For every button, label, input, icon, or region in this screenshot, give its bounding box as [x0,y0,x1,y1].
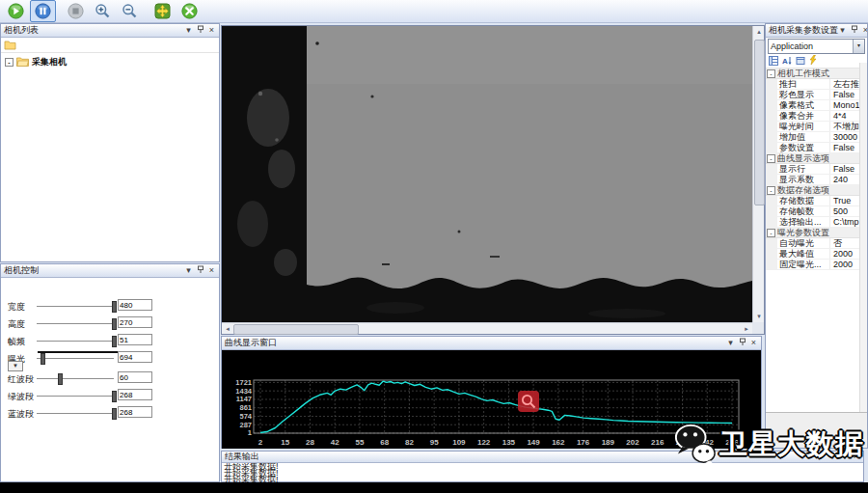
scroll-up-icon[interactable]: ▴ [753,26,765,38]
panel-close-icon[interactable]: × [207,266,216,275]
pause-icon [35,3,51,19]
panel-close-icon[interactable]: × [861,26,867,35]
vertical-scroll-thumb[interactable] [754,40,765,205]
property-row[interactable]: 存储帧数500 [766,206,867,217]
pause-button[interactable] [30,0,56,22]
property-row[interactable]: 曝光时间不增加 [766,122,867,132]
property-grid: -相机工作模式推扫左右推扫彩色显示False像素格式Mono12像素合并4*4曝… [766,68,867,270]
property-row[interactable]: 彩色显示False [766,90,867,100]
property-row[interactable]: 存储数据True [766,196,867,206]
slider-value-input[interactable] [118,299,152,311]
property-category[interactable]: -曲线显示选项 [766,153,867,164]
curve-window-title: 曲线显示窗口 [225,337,277,349]
slider-track[interactable] [37,323,114,324]
zoom-out-button[interactable] [117,0,143,22]
category-expander-icon[interactable]: - [767,186,775,195]
scroll-down-icon[interactable]: ▾ [753,311,765,322]
slider-track[interactable] [37,413,114,414]
property-row[interactable]: 固定曝光...2000 [766,260,867,270]
category-label: 曲线显示选项 [777,152,829,165]
alphabetical-sort-button[interactable]: A [782,56,792,68]
horizontal-scroll-thumb[interactable] [233,324,359,335]
category-expander-icon[interactable]: - [767,69,775,78]
scroll-right-icon[interactable]: ▸ [741,323,752,335]
slider-value-input[interactable] [118,316,152,328]
row-indent [766,175,777,184]
camera-list-panel: 相机列表 ▾× -采集相机 [0,23,220,262]
pin-icon[interactable] [196,25,204,36]
property-row[interactable]: 自动曝光否 [766,238,867,249]
svg-text:162: 162 [552,438,565,447]
camera-control-header: 相机控制 ▾× [1,264,219,278]
scroll-left-icon[interactable]: ◂ [222,323,233,335]
slider-handle[interactable] [112,301,117,313]
object-selector-combo[interactable]: Application ▾ [768,39,865,54]
pin-icon[interactable] [196,265,204,276]
property-name: 显示系数 [777,175,830,184]
play-button[interactable] [3,0,29,22]
property-row[interactable]: 像素合并4*4 [766,111,867,122]
category-expander-icon[interactable]: - [767,229,775,237]
property-pages-button[interactable] [796,56,805,68]
property-category[interactable]: -相机工作模式 [766,68,867,79]
property-row[interactable]: 最大峰值2000 [766,249,867,260]
lightning-icon [809,55,817,66]
slider-label: 宽度 [8,301,25,314]
tree-expander-icon[interactable]: - [5,58,14,67]
panel-menu-icon[interactable]: ▾ [726,339,735,347]
panel-close-icon[interactable]: × [749,339,758,347]
slider-handle[interactable] [58,373,63,385]
property-grid-scrollbar[interactable] [859,63,867,412]
category-expander-icon[interactable]: - [767,154,775,163]
slider-handle[interactable] [112,391,117,402]
property-category[interactable]: -曝光参数设置 [766,228,867,238]
property-row[interactable]: 推扫左右推扫 [766,79,867,90]
property-row[interactable]: 显示行False [766,164,867,175]
tree-item-camera[interactable]: -采集相机 [1,53,219,68]
svg-text:202: 202 [626,438,639,447]
zoom-in-button[interactable] [90,0,116,22]
slider-handle[interactable] [112,336,117,347]
param-settings-title: 相机采集参数设置 [769,24,838,37]
close-acquisition-button[interactable] [176,0,203,22]
events-button[interactable] [809,55,817,68]
combo-dropdown-icon[interactable]: ▾ [853,40,864,53]
image-vertical-scrollbar[interactable]: ▴ ▾ [752,26,764,322]
slider-track[interactable] [37,396,114,397]
slider-track[interactable] [37,358,114,359]
slider-track[interactable] [37,378,114,379]
open-device-button[interactable] [3,39,17,51]
row-indent [766,196,777,205]
slider-value-input[interactable] [118,334,152,345]
slider-value-input[interactable] [118,371,152,383]
stop-button[interactable] [63,0,89,22]
slider-handle[interactable] [41,353,45,365]
property-category[interactable]: -数据存储选项 [766,185,867,196]
slider-track[interactable] [37,341,114,342]
slider-handle[interactable] [112,318,117,330]
slider-track[interactable] [37,306,114,307]
slider-value-input[interactable] [118,389,152,400]
slider-value-input[interactable] [118,351,152,363]
panel-close-icon[interactable]: × [207,26,216,35]
red-magnifier-overlay[interactable] [518,391,539,412]
categorized-view-button[interactable] [769,56,778,68]
az-sort-icon: A [782,56,792,66]
fit-arrows-icon [154,3,171,19]
svg-text:216: 216 [651,438,665,447]
panel-menu-icon[interactable]: ▾ [184,26,193,35]
property-row[interactable]: 像素格式Mono12 [766,100,867,111]
pin-icon[interactable] [850,25,858,36]
panel-menu-icon[interactable]: ▾ [838,26,847,35]
pin-icon[interactable] [738,338,746,348]
slider-label: 蓝波段 [8,408,34,421]
panel-menu-icon[interactable]: ▾ [184,266,193,275]
slider-handle[interactable] [112,408,117,420]
slider-value-input[interactable] [118,406,152,418]
slider-row-蓝波段: 蓝波段 [1,405,219,421]
category-label: 数据存储选项 [777,184,829,197]
combo-selected-value: Application [769,41,853,51]
fit-view-button[interactable] [149,0,176,22]
image-horizontal-scrollbar[interactable]: ◂ ▸ [222,322,752,334]
property-row[interactable]: 增加值30000 [766,132,867,143]
